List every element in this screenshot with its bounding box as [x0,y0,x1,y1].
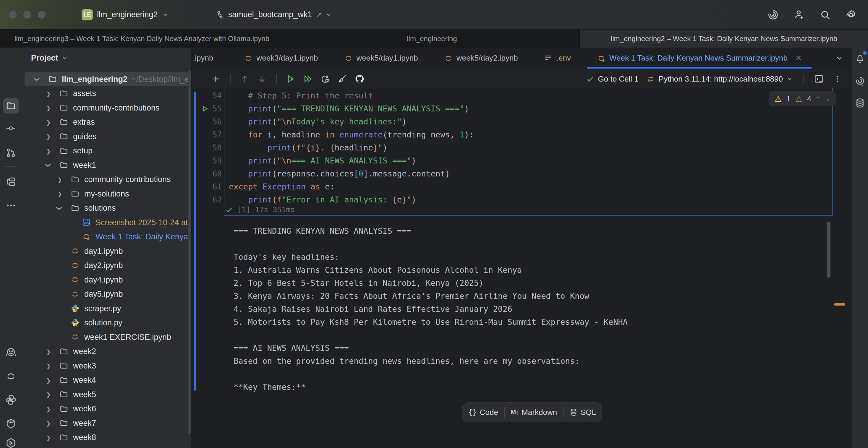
tree-item-week5[interactable]: ❯week5 [22,387,192,402]
tree-item-week1[interactable]: ❯week1 [22,158,192,172]
pull-requests-tool-icon[interactable] [3,145,19,160]
markdown-cell-button[interactable]: M↓ Markdown [509,408,559,417]
code-line[interactable]: # Step 5: Print the result [229,89,373,102]
chevron-expanded-icon[interactable]: ❯ [57,205,71,212]
project-tool-icon[interactable] [3,98,19,114]
go-to-cell-button[interactable]: Go to Cell 1 [586,74,639,84]
chevron-expanded-icon[interactable]: ❯ [35,76,48,83]
close-tab-icon[interactable]: ✕ [795,54,802,63]
jupyter-console-button[interactable] [814,73,824,84]
run-all-cells-button[interactable] [303,73,313,84]
tree-item-guides[interactable]: ❯guides [22,129,192,143]
chevron-collapsed-icon[interactable]: ❯ [46,435,59,441]
chevron-collapsed-icon[interactable]: ❯ [46,406,59,412]
ai-assistant-icon[interactable] [768,9,779,21]
tree-item-setup[interactable]: ❯setup [22,144,192,158]
sql-cell-button[interactable]: SQL [568,408,598,417]
tree-item-week6[interactable]: ❯week6 [22,402,192,416]
git-branch-widget[interactable]: samuel_bootcamp_wk1 ↗ [215,10,332,20]
jupyter-tool-icon[interactable] [3,369,19,384]
chevron-collapsed-icon[interactable]: ❯ [46,133,59,140]
tree-item-day1-ipynb[interactable]: day1.ipynb [22,244,192,258]
chevron-expanded-icon[interactable]: ❯ [46,162,59,168]
services-tool-icon[interactable] [3,435,19,448]
chevron-collapsed-icon[interactable]: ❯ [46,119,59,126]
tree-item-llm-engineering2[interactable]: ❯llm_engineering2~/Desktop/llm_en [25,72,189,86]
output-scrollbar[interactable] [827,222,831,278]
code-cell-button[interactable]: {} Code [467,408,500,417]
tree-scrollbar[interactable] [188,70,191,434]
zoom-window-button[interactable] [38,11,45,19]
code-line[interactable]: print("\nToday's key headlines:") [229,115,407,128]
tree-item-my-solutions[interactable]: ❯my-solutions [22,187,192,201]
chevron-collapsed-icon[interactable]: ❯ [46,391,59,398]
run-cell-gutter-icon[interactable] [202,105,209,112]
editor-tab[interactable]: week5/day2.ipynb [431,47,531,69]
tree-item-week1-exercise-ipynb[interactable]: week1 EXERCISE.ipynb [22,330,192,344]
tree-item-day2-ipynb[interactable]: day2.ipynb [22,259,192,273]
chevron-collapsed-icon[interactable]: ❯ [46,148,59,154]
window-controls[interactable] [9,11,45,19]
editor-tab[interactable]: .env [531,47,584,69]
search-icon[interactable] [819,9,831,21]
editor-tab[interactable]: week3/day1.ipynb [231,47,331,69]
tree-item-assets[interactable]: ❯assets [22,87,192,101]
chevron-collapsed-icon[interactable]: ❯ [46,348,59,355]
kebab-menu-icon[interactable] [832,73,843,84]
chevron-collapsed-icon[interactable]: ❯ [46,90,59,97]
tree-item-week2[interactable]: ❯week2 [22,345,192,359]
project-panel-header[interactable]: Project [22,47,191,69]
code-line[interactable]: print(f"{i}. {headline}") [229,141,388,154]
code-line[interactable]: for i, headline in enumerate(trending_ne… [229,128,474,141]
editor-tab[interactable]: week5/day1.ipynb [331,47,431,69]
python-console-tool-icon[interactable] [3,392,19,408]
next-warning-icon[interactable]: ⌃ [826,95,830,102]
project-widget[interactable]: LE llm_engineering2 [82,9,168,21]
close-window-button[interactable] [9,11,17,19]
commit-tool-icon[interactable] [3,121,19,136]
tab-list-chevron-icon[interactable] [835,54,843,62]
window-tab-2[interactable]: llm_engineering [284,30,580,48]
tree-item-day5-ipynb[interactable]: day5.ipynb [22,287,192,301]
chevron-collapsed-icon[interactable]: ❯ [46,420,59,426]
previous-warning-icon[interactable]: ⌃ [816,95,821,102]
chevron-collapsed-icon[interactable]: ❯ [57,191,71,197]
minimize-window-button[interactable] [23,11,31,19]
chevron-collapsed-icon[interactable]: ❯ [57,177,71,183]
tree-item-week3[interactable]: ❯week3 [22,359,192,373]
code-line[interactable]: print("=== TRENDING KENYAN NEWS ANALYSIS… [229,102,469,115]
code-line[interactable]: print("\n=== AI NEWS ANALYSIS ===") [229,154,416,167]
kernel-selector[interactable]: Python 3.11.14: http://localhost:8890 [646,74,793,84]
editor-tab[interactable]: .ipynb [192,47,231,69]
more-tools-icon[interactable] [3,198,19,213]
tree-item-week7[interactable]: ❯week7 [22,416,192,430]
chevron-collapsed-icon[interactable]: ❯ [46,377,59,384]
notifications-bell-icon[interactable] [852,51,868,66]
structure-tool-icon[interactable] [3,174,19,189]
move-cell-up-button[interactable] [240,73,250,84]
tree-item-day4-ipynb[interactable]: day4.ipynb [22,273,192,287]
add-cell-button[interactable] [211,73,221,84]
settings-gear-icon[interactable] [845,9,857,21]
editor-tab[interactable]: Week 1 Task: Daily Kenyan News Summarize… [584,47,815,69]
tree-item-week8[interactable]: ❯week8 [22,430,192,445]
window-tab-3[interactable]: llm_engineering2 – Week 1 Task: Daily Ke… [580,30,868,48]
tree-item-scraper-py[interactable]: scraper.py [22,301,192,316]
add-user-icon[interactable] [794,9,805,21]
code-line[interactable]: print(f"Error in AI analysis: {e}") [229,193,416,206]
tree-item-community-contributions[interactable]: ❯community-contributions [22,172,192,187]
window-tab-1[interactable]: llm_engineering3 – Week 1 Task: Kenyan D… [0,30,284,48]
tree-item-week4[interactable]: ❯week4 [22,373,192,387]
huggingface-tool-icon[interactable] [3,345,19,360]
code-line[interactable]: print(response.choices[0].message.conten… [229,167,450,180]
python-packages-tool-icon[interactable] [3,416,19,431]
tree-item-week-1-task-daily-kenyan-news-summarizer[interactable]: Week 1 Task: Daily Kenyan News Summarize… [22,230,192,244]
chevron-collapsed-icon[interactable]: ❯ [46,105,59,111]
restart-kernel-button[interactable] [320,73,331,84]
ai-chat-tool-icon[interactable] [852,73,868,89]
tree-item-community-contributions[interactable]: ❯community-contributions [22,101,192,115]
inspections-widget[interactable]: ⚠ 1 ⚠ 4 ⌃ ⌃ [769,91,836,106]
chevron-collapsed-icon[interactable]: ❯ [46,362,59,369]
github-icon[interactable] [354,73,365,84]
database-tool-icon[interactable] [852,95,868,111]
